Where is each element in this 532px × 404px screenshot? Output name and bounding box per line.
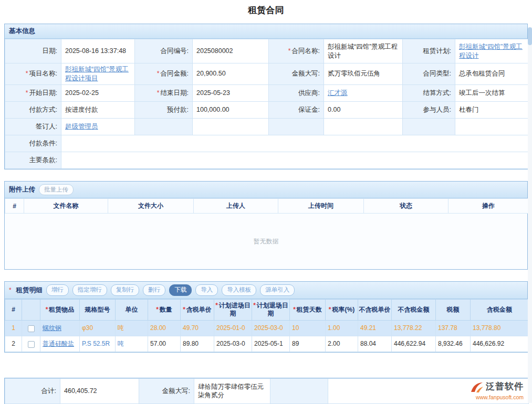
field-label-contract-name: *合同名称: [269, 39, 324, 63]
basic-info-section: 基本信息 日期: 2025-08-16 13:37:48 合同编号: 20250… [4, 24, 528, 169]
scrollbar-thumb[interactable] [528, 27, 532, 45]
required-mark: * [157, 89, 160, 97]
cell-amount-excl-tax: 446,622.94 [392, 336, 436, 352]
col-label: 规格型号 [85, 306, 110, 313]
col-label: 数量 [160, 306, 172, 313]
field-value-contract-no: 2025080002 [193, 39, 269, 63]
project-name-link[interactable]: 彭祖新城“四馆”景观工程设计项目 [65, 66, 129, 82]
field-value-end-date: 2025-05-23 [193, 84, 269, 101]
col-planned-exit-date: *计划退场日期 [252, 299, 290, 320]
row-number: 2 [12, 340, 15, 347]
supplier-link[interactable]: 汇才源 [328, 89, 348, 97]
required-mark: * [156, 306, 159, 313]
cell-text: 57.00 [150, 340, 166, 347]
insert-row-button[interactable]: 指定增行 [72, 284, 107, 296]
summary-total-value: 460,405.72 [60, 378, 139, 403]
value-text: 2025-05-23 [196, 89, 230, 97]
empty-value-cell [324, 118, 403, 135]
summary-empty-label [270, 378, 328, 403]
required-mark: * [183, 306, 185, 313]
field-label-end-date: *结束日期: [135, 84, 193, 101]
required-mark: * [26, 89, 28, 97]
field-label-settlement-method: 结算方式: [403, 84, 455, 101]
delete-row-button[interactable]: 删行 [143, 284, 165, 296]
import-button[interactable]: 导入 [195, 284, 218, 296]
value-text: 彭祖新城“四馆”景观工程设计 [328, 43, 398, 59]
copy-row-button[interactable]: 复制行 [111, 284, 140, 296]
cell-text: 8,932.46 [438, 340, 463, 347]
cell-index: 1 [5, 320, 22, 336]
label-text: 合同金额: [161, 70, 189, 77]
cell-index: 2 [5, 336, 22, 352]
basic-info-table: 日期: 2025-08-16 13:37:48 合同编号: 2025080002… [5, 39, 529, 169]
scrollbar-track[interactable] [528, 27, 532, 403]
cell-text: 88.04 [360, 340, 376, 347]
field-label-participants: 参与人员: [403, 101, 455, 118]
detail-row-1[interactable]: 1 螺纹钢 φ30 吨 28.00 49.70 2025-01-0 2025-0… [5, 320, 529, 336]
detail-header-row: # *租赁物品 规格型号 单位 *数量 *含税单价 *计划进场日期 *计划退场日… [5, 299, 529, 320]
signer-link[interactable]: 超级管理员 [65, 123, 98, 130]
field-value-payment-method: 按进度付款 [61, 101, 135, 118]
label-text: 合计: [41, 387, 56, 395]
cell-text: 2025-03-0 [254, 324, 283, 332]
col-tax-rate: *税率(%) [326, 299, 358, 320]
col-item: *租赁物品 [40, 299, 80, 320]
detail-row-2[interactable]: 2 普通硅酸盐 P.S 52.5R 吨 57.00 89.80 2025-03-… [5, 336, 529, 352]
download-button[interactable]: 下载 [169, 284, 192, 296]
col-lease-days: *租赁天数 [290, 299, 326, 320]
label-text: 开始日期: [29, 89, 57, 97]
required-mark: * [253, 302, 256, 309]
label-text: 付款方式: [29, 106, 57, 113]
label-text: 金额大写: [162, 387, 190, 395]
field-value-project-name: 彭祖新城“四馆”景观工程设计项目 [61, 63, 135, 85]
lease-plan-link[interactable]: 彭祖新城“四馆”景观工程设计 [459, 43, 523, 59]
summary-caps-value: 肆拾陆万零肆佰零伍元柒角贰分 [194, 378, 270, 403]
spec-link[interactable]: P.S 52.5R [82, 340, 110, 347]
attachments-section: 附件上传 批量上传 # 文件名称 文件大小 上传人 上传时间 状态 操作 暂无数… [4, 181, 528, 270]
cell-item: 螺纹钢 [40, 320, 80, 336]
cell-text: 2.00 [328, 340, 340, 347]
col-label: 租赁物品 [49, 306, 74, 313]
cell-text: 13,778.22 [394, 324, 422, 332]
cell-text: 吨 [118, 324, 124, 332]
col-label: 计划退场日期 [257, 302, 288, 317]
add-row-button[interactable]: 增行 [46, 284, 69, 296]
field-value-supplier: 汇才源 [324, 84, 403, 101]
attach-col-uploader: 上传人 [194, 199, 278, 214]
field-value-start-date: 2025-02-25 [61, 84, 135, 101]
field-label-signer: 签订人: [5, 118, 61, 135]
lease-details-header: * 租赁明细 增行 指定增行 复制行 删行 下载 导入 导入模板 源单引入 [5, 282, 527, 299]
field-value-contract-name: 彭祖新城“四馆”景观工程设计 [324, 39, 403, 63]
item-link[interactable]: 普通硅酸盐 [43, 340, 74, 347]
value-text: 0.00 [328, 106, 340, 113]
value-text: 杜春门 [459, 106, 479, 113]
label-text: 付款条件: [29, 140, 57, 147]
summary-section: 合计: 460,405.72 金额大写: 肆拾陆万零肆佰零伍元柒角贰分 泛普软件 [4, 378, 528, 404]
value-text: 2025-02-25 [65, 89, 99, 97]
col-label: 不含税金额 [398, 306, 430, 313]
unit-link[interactable]: 吨 [118, 340, 124, 347]
label-text: 主要条款: [29, 156, 57, 164]
cell-item: 普通硅酸盐 [40, 336, 80, 352]
field-label-date: 日期: [5, 39, 61, 63]
summary-caps-label: 金额大写: [139, 378, 194, 403]
row-checkbox[interactable] [28, 341, 35, 348]
label-text: 日期: [43, 47, 57, 55]
import-template-button[interactable]: 导入模板 [222, 284, 256, 296]
col-index: # [5, 299, 22, 320]
item-link[interactable]: 螺纹钢 [43, 324, 61, 332]
field-label-contract-type: 合同类型: [403, 63, 455, 85]
cell-days: 10 [290, 320, 326, 336]
cell-text: 28.00 [150, 324, 166, 332]
cell-text: 49.70 [183, 324, 199, 332]
row-checkbox[interactable] [28, 325, 35, 332]
cell-text: 137.78 [438, 324, 457, 332]
lease-details-title: 租赁明细 [16, 286, 43, 295]
cell-checkbox [22, 320, 40, 336]
source-import-button[interactable]: 源单引入 [260, 284, 295, 296]
field-label-contract-no: 合同编号: [135, 39, 193, 63]
col-label: # [12, 306, 15, 313]
value-text: 100,000.00 [196, 106, 230, 113]
batch-upload-button[interactable]: 批量上传 [39, 184, 74, 196]
cell-amount-incl-tax: 446,626.92 [471, 336, 529, 352]
